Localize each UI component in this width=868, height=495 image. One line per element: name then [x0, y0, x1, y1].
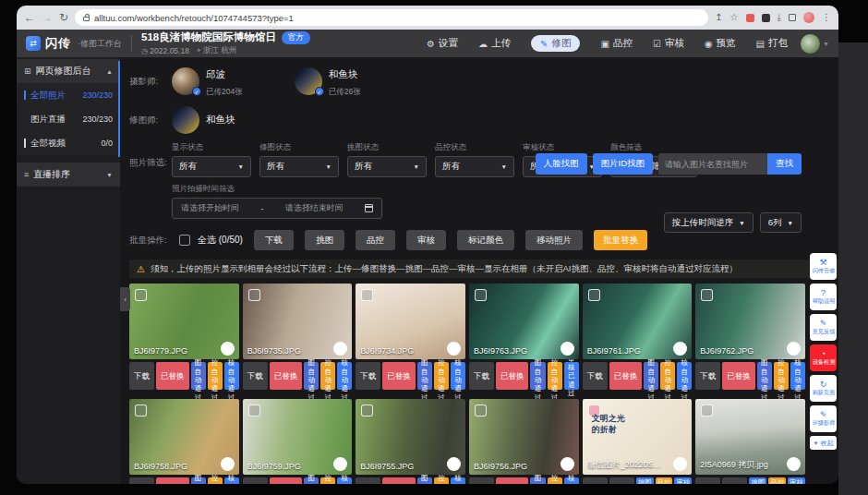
upload-order-select[interactable]: 按上传时间逆序▼: [664, 212, 753, 233]
photo-checkbox[interactable]: [701, 289, 713, 301]
photo-thumbnail[interactable]: BJ6I9761.JPG: [583, 284, 693, 359]
photo-checkbox[interactable]: [361, 404, 373, 417]
photo-thumbnail[interactable]: BJ6I9759.JPG: [243, 399, 353, 475]
download-button[interactable]: 下载: [583, 362, 608, 390]
cloud-retouch-button[interactable]: ⚒ 闪传云修: [810, 253, 837, 280]
batch-move-button[interactable]: 移动照片: [525, 230, 583, 250]
replace-status-button[interactable]: 已替换: [156, 477, 189, 484]
photo-checkbox[interactable]: [475, 289, 487, 301]
share-icon[interactable]: ↥: [715, 13, 722, 22]
pick-status-button[interactable]: 挑图自动通过: [530, 477, 545, 484]
nav-package[interactable]: ▤打包: [756, 37, 788, 50]
photo-select-circle[interactable]: [333, 457, 347, 471]
photo-thumbnail[interactable]: BJ6I9734.JPG: [356, 284, 465, 359]
replace-status-button[interactable]: 已替换: [382, 362, 416, 390]
tab-search-icon[interactable]: [789, 14, 796, 21]
review-status-button[interactable]: 审核自动通过: [224, 362, 239, 390]
photo-checkbox[interactable]: [588, 289, 600, 301]
pick-status-button[interactable]: 挑图自动通过: [644, 362, 658, 390]
photo-thumbnail[interactable]: BJ6I9755.JPG: [356, 399, 465, 475]
qc-status-button[interactable]: 品控自动通过: [660, 362, 675, 390]
batch-qc-button[interactable]: 品控: [356, 230, 395, 250]
bookmark-star-icon[interactable]: ☆: [730, 13, 739, 22]
qc-status-select[interactable]: 所有▼: [435, 156, 514, 177]
photo-thumbnail[interactable]: BJ6I9762.JPG: [695, 284, 805, 359]
qc-status-button[interactable]: 品控自动通过: [434, 477, 449, 484]
photo-checkbox[interactable]: [361, 289, 373, 301]
help-button[interactable]: ？ 帮助说明: [810, 284, 837, 310]
sidebar-item-all-photos[interactable]: 全部照片 230/230: [17, 83, 120, 107]
qc-status-button[interactable]: 品控自动通过: [656, 477, 673, 484]
search-button[interactable]: 查找: [767, 153, 802, 175]
replace-status-button[interactable]: 已替换: [496, 477, 529, 484]
photo-select-circle[interactable]: [561, 342, 574, 356]
photo-thumbnail[interactable]: BJ6I9758.JPG: [129, 399, 239, 475]
date-range-picker[interactable]: 请选择开始时间 - 请选择结束时间: [172, 198, 382, 219]
photographer-chip[interactable]: ✓ 邱波已传204张: [172, 65, 243, 98]
browser-back-icon[interactable]: ←: [24, 12, 35, 23]
pick-status-button[interactable]: 挑图自动通过: [417, 362, 432, 390]
replace-status-button[interactable]: 替换: [722, 477, 747, 484]
replace-status-button[interactable]: 替换: [609, 477, 634, 484]
download-button[interactable]: 下载: [583, 477, 608, 484]
pick-status-button[interactable]: 挑图自动通过: [304, 477, 319, 484]
review-status-button[interactable]: 审核自动通过: [564, 477, 579, 484]
nav-preview[interactable]: ◉预览: [705, 37, 736, 50]
batch-mark-color-button[interactable]: 标记颜色: [457, 230, 514, 250]
photo-thumbnail[interactable]: 文明之光的折射 微信图片_202205…: [583, 399, 693, 475]
pick-status-button[interactable]: 挑图自动通过: [304, 362, 319, 390]
browser-menu-icon[interactable]: ⋮: [822, 13, 831, 22]
photo-checkbox[interactable]: [248, 289, 260, 301]
batch-pick-button[interactable]: 挑图: [305, 230, 344, 250]
qc-status-button[interactable]: 品控自动通过: [208, 362, 223, 390]
download-button[interactable]: 下载: [129, 362, 154, 390]
photo-select-circle[interactable]: [221, 342, 235, 356]
review-status-button[interactable]: 审核自动通过: [337, 362, 352, 390]
sidebar-item-all-videos[interactable]: 全部视频 0/0: [17, 131, 120, 155]
refresh-page-button[interactable]: ↻ 刷新页面: [810, 375, 837, 402]
photo-select-circle[interactable]: [673, 342, 687, 356]
replace-status-button[interactable]: 已替换: [609, 362, 643, 390]
replace-status-button[interactable]: 已替换: [270, 362, 303, 390]
sidebar-panel-retouch-backend[interactable]: ⊞ 网页修图后台 ▲: [17, 59, 120, 83]
batch-review-button[interactable]: 审核: [406, 230, 446, 250]
pick-status-button[interactable]: 挑图自动通过: [191, 362, 206, 390]
photographer-chip[interactable]: ✓ 和鱼块已传26张: [295, 65, 361, 98]
download-button[interactable]: 下载: [695, 362, 720, 390]
device-check-button[interactable]: ◔ 设备检测: [810, 344, 837, 371]
nav-settings[interactable]: ⚙设置: [427, 37, 458, 50]
review-status-button[interactable]: 审核自动通过: [674, 477, 692, 484]
retouch-status-select[interactable]: 所有▼: [259, 156, 339, 177]
replace-status-button[interactable]: 已替换: [382, 477, 416, 484]
pick-status-button[interactable]: 挑图自动通过: [530, 362, 545, 390]
photo-select-circle[interactable]: [221, 457, 235, 471]
review-status-button[interactable]: 审核已通过: [564, 362, 579, 390]
nav-upload[interactable]: ☁上传: [478, 37, 511, 50]
review-status-button[interactable]: 审核自动通过: [451, 362, 465, 390]
sidebar-scrollbar[interactable]: [118, 61, 120, 157]
image-id-search-button[interactable]: 图片ID找图: [593, 153, 654, 175]
pick-status-button[interactable]: 挑图已通过: [636, 477, 654, 484]
address-bar[interactable]: alltuu.com/workbench/retouch/1074744573?…: [75, 9, 708, 26]
download-button[interactable]: 下载: [243, 362, 268, 390]
sidebar-panel-live-sort[interactable]: ≡ 直播排序 ▼: [17, 163, 120, 187]
replace-status-button[interactable]: 已替换: [496, 362, 529, 390]
downloads-icon[interactable]: ⤓: [778, 13, 781, 22]
download-button[interactable]: 下载: [356, 477, 380, 484]
qc-status-button[interactable]: 品控自动通过: [434, 362, 449, 390]
review-status-button[interactable]: 审核自动通过: [337, 477, 352, 484]
extension-icon-red[interactable]: [746, 14, 754, 22]
photo-checkbox[interactable]: [475, 404, 487, 417]
download-button[interactable]: 下载: [243, 477, 268, 484]
photo-select-circle[interactable]: [787, 457, 801, 471]
download-button[interactable]: 下载: [356, 362, 380, 390]
pick-status-button[interactable]: 挑图已通过: [749, 477, 766, 484]
replace-status-button[interactable]: 已替换: [722, 362, 755, 390]
face-search-button[interactable]: 人脸找图: [536, 153, 587, 175]
retoucher-chip[interactable]: 和鱼块: [172, 106, 235, 134]
chevron-down-icon[interactable]: ▼: [823, 41, 829, 47]
nav-retouch[interactable]: ✎修图: [531, 35, 580, 52]
columns-select[interactable]: 6列▼: [760, 212, 802, 233]
sidebar-item-photo-live[interactable]: 图片直播 230/230: [17, 107, 120, 131]
user-avatar[interactable]: [801, 34, 820, 54]
